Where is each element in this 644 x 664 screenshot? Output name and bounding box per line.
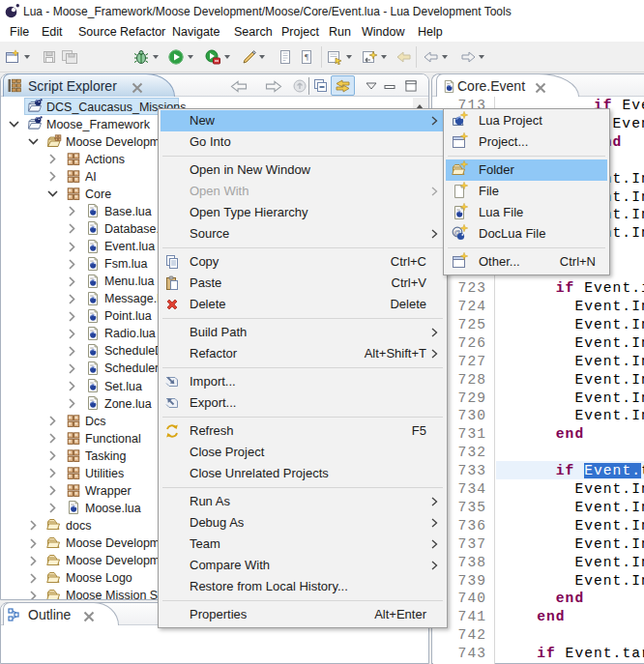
svg-text:¶: ¶ xyxy=(305,52,308,62)
